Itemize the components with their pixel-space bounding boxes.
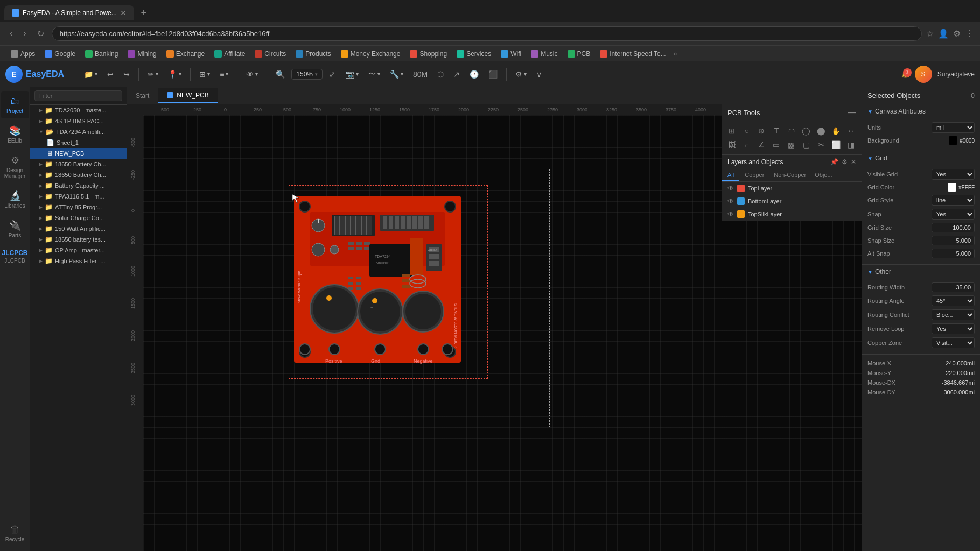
tool-select[interactable]: ⊞ <box>725 124 738 137</box>
grid-style-select[interactable]: line dot <box>932 195 975 206</box>
tool-ring[interactable]: ⬤ <box>815 124 828 137</box>
tool-image[interactable]: 🖼 <box>725 138 738 151</box>
tab-close-button[interactable]: ✕ <box>120 9 127 17</box>
layers-tab-copper[interactable]: Copper <box>739 169 769 181</box>
tree-item-18650-battery-test[interactable]: ▶ 📁 18650 battery tes... <box>30 234 127 245</box>
tree-item-solar-charge[interactable]: ▶ 📁 Solar Charge Co... <box>30 213 127 223</box>
share-button[interactable]: ↗ <box>450 68 463 81</box>
tool-select-box[interactable]: ▭ <box>770 138 783 151</box>
tree-item-18650-2[interactable]: ▶ 📁 18650 Battery Ch... <box>30 169 127 180</box>
grid-size-value[interactable]: 100.00 <box>932 223 975 232</box>
pcb-tools-minimize[interactable]: — <box>848 108 856 117</box>
alt-snap-value[interactable]: 5.000 <box>932 249 975 258</box>
more-button[interactable]: ∨ <box>533 68 545 81</box>
bookmark-internet-speed[interactable]: Internet Speed Te... <box>596 49 670 59</box>
tool-angle[interactable]: ∠ <box>755 138 768 151</box>
bookmark-shopping[interactable]: Shopping <box>405 49 451 59</box>
draw-button[interactable]: ✏ ▾ <box>144 68 162 81</box>
routing-width-value[interactable]: 35.00 <box>932 282 975 292</box>
file-filter-input[interactable] <box>34 90 122 101</box>
bookmark-products[interactable]: Products <box>291 49 335 59</box>
snap-size-value[interactable]: 5.000 <box>932 236 975 245</box>
bookmark-wifi[interactable]: Wifi <box>496 49 526 59</box>
bookmark-google[interactable]: Google <box>40 49 80 59</box>
active-tab[interactable]: EasyEDA - A Simple and Powe... ✕ <box>4 5 134 20</box>
grid-color-value[interactable]: #FFFF <box>948 183 975 192</box>
tool-arc[interactable]: ◠ <box>785 124 798 137</box>
tool-l-shape[interactable]: ⌐ <box>740 138 753 151</box>
tree-item-18650-1[interactable]: ▶ 📁 18650 Battery Ch... <box>30 159 127 169</box>
profile-icon[interactable]: 👤 <box>938 29 949 39</box>
sidebar-item-parts[interactable]: 🔌 Parts <box>1 215 29 243</box>
layer-vis-topsilk[interactable]: 👁 <box>727 210 734 218</box>
tool-circle[interactable]: ○ <box>740 124 753 137</box>
bookmark-pcb[interactable]: PCB <box>563 49 595 59</box>
settings-button[interactable]: ⚙ ▾ <box>512 68 530 81</box>
layers-tab-objects[interactable]: Obje... <box>810 169 836 181</box>
new-tab-button[interactable]: + <box>136 5 151 20</box>
layer-row-toplayer[interactable]: 👁 TopLayer <box>722 182 862 195</box>
camera-button[interactable]: 📷 ▾ <box>342 68 362 81</box>
tool-measure[interactable]: ↔ <box>844 124 857 137</box>
sidebar-item-libraries[interactable]: 🔬 Libraries <box>1 186 29 213</box>
tree-item-4s1p[interactable]: ▶ 📁 4S 1P BMS PAC... <box>30 116 127 126</box>
tool-fill[interactable]: ⬜ <box>830 138 843 151</box>
bookmark-icon[interactable]: ☆ <box>926 29 934 39</box>
tree-item-sheet1[interactable]: 📄 Sheet_1 <box>30 137 127 148</box>
bookmark-circuits[interactable]: Circuits <box>250 49 290 59</box>
tree-item-opamp[interactable]: ▶ 📁 OP Amp - master... <box>30 245 127 256</box>
bookmark-services[interactable]: Services <box>452 49 495 59</box>
tool-target[interactable]: ⊕ <box>755 124 768 137</box>
user-avatar[interactable]: S <box>915 66 932 83</box>
layer-vis-toplayer[interactable]: 👁 <box>727 185 734 192</box>
align-button[interactable]: ⊞ ▾ <box>196 68 213 81</box>
snap-select[interactable]: Yes No <box>932 209 975 220</box>
notification-button[interactable]: 🔔 3 <box>901 70 909 78</box>
sidebar-item-design-manager[interactable]: ⚙ Design Manager <box>1 150 29 183</box>
zoom-level-display[interactable]: 150% ▾ <box>291 69 323 80</box>
sidebar-item-eelib[interactable]: 📚 EELib <box>1 121 29 148</box>
other-header[interactable]: ▼ Other <box>862 265 980 279</box>
distribute-button[interactable]: ≡ ▾ <box>216 68 232 81</box>
routing-conflict-select[interactable]: Bloc... Warn Ignore <box>932 309 975 320</box>
layers-tab-noncopper[interactable]: Non-Copper <box>769 169 810 181</box>
layers-tab-all[interactable]: All <box>722 169 739 181</box>
inspect-button[interactable]: 🔧 ▾ <box>387 68 407 81</box>
layers-close-icon[interactable]: ✕ <box>851 158 856 166</box>
redo-button[interactable]: ↪ <box>120 68 133 81</box>
tree-item-attiny85[interactable]: ▶ 📁 ATTiny 85 Progr... <box>30 202 127 213</box>
undo-button[interactable]: ↩ <box>104 68 117 81</box>
layer-vis-bottomlayer[interactable]: 👁 <box>727 197 734 205</box>
layer-row-bottomlayer[interactable]: 👁 BottomLayer <box>722 195 862 208</box>
bookmark-affiliate[interactable]: Affiliate <box>210 49 249 59</box>
layers-pin-icon[interactable]: 📌 <box>830 158 838 166</box>
bookmark-apps[interactable]: Apps <box>6 49 39 59</box>
layers-settings-icon[interactable]: ⚙ <box>842 158 848 166</box>
remove-loop-select[interactable]: Yes No <box>932 323 975 334</box>
bookmarks-more[interactable]: » <box>674 50 677 58</box>
routing-angle-select[interactable]: 45° 90° Any <box>932 295 975 306</box>
bookmark-exchange[interactable]: Exchange <box>162 49 209 59</box>
back-button[interactable]: ‹ <box>6 26 16 40</box>
bookmark-mining[interactable]: Mining <box>123 49 160 59</box>
canvas-tab-new-pcb[interactable]: NEW_PCB <box>158 88 218 103</box>
canvas-container[interactable]: -500 -250 0 250 500 750 1000 1250 1500 1… <box>127 104 862 551</box>
tree-item-tda2050[interactable]: ▶ 📁 TDA2050 - maste... <box>30 105 127 116</box>
route-button[interactable]: 〜 ▾ <box>365 67 383 81</box>
tree-item-new-pcb[interactable]: 🖥 NEW_PCB <box>30 148 127 159</box>
history-button[interactable]: 🕐 <box>466 68 482 81</box>
background-color-swatch[interactable] <box>949 136 957 145</box>
layers-button[interactable]: ⬛ <box>485 68 501 81</box>
tree-item-tpa3116[interactable]: ▶ 📁 TPA3116 5.1 - m... <box>30 191 127 202</box>
tool-rect-select[interactable]: ▢ <box>800 138 813 151</box>
background-value[interactable]: #0000 <box>949 136 975 145</box>
sidebar-item-project[interactable]: 🗂 Project <box>1 91 29 118</box>
tree-item-tda7294[interactable]: ▼ 📂 TDA7294 Amplifi... <box>30 126 127 137</box>
zoom-fit-button[interactable]: ⤢ <box>326 68 339 81</box>
address-bar[interactable] <box>52 26 922 41</box>
grid-size-button[interactable]: 80M <box>410 68 431 81</box>
extension-icon[interactable]: ⚙ <box>953 29 961 39</box>
tool-text[interactable]: T <box>770 124 783 137</box>
canvas-attributes-header[interactable]: ▼ Canvas Attributes <box>862 104 980 118</box>
canvas-tab-start[interactable]: Start <box>127 89 158 103</box>
